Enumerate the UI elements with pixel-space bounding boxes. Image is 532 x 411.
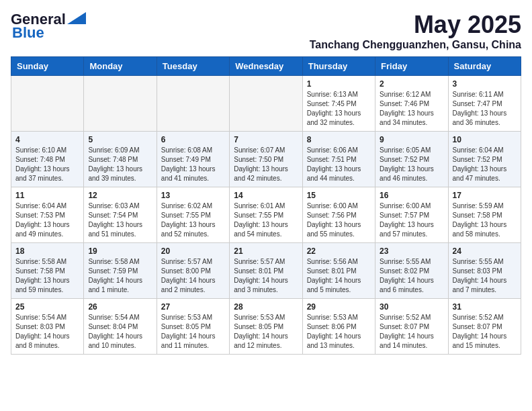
day-info: Sunrise: 6:11 AM Sunset: 7:47 PM Dayligh… — [453, 90, 517, 128]
day-info: Sunrise: 6:09 AM Sunset: 7:48 PM Dayligh… — [88, 146, 152, 183]
day-info: Sunrise: 6:05 AM Sunset: 7:52 PM Dayligh… — [380, 146, 443, 183]
calendar-cell: 7Sunrise: 6:07 AM Sunset: 7:50 PM Daylig… — [230, 132, 302, 187]
day-number: 28 — [234, 302, 298, 312]
day-info: Sunrise: 6:06 AM Sunset: 7:51 PM Dayligh… — [307, 146, 371, 183]
calendar-cell: 20Sunrise: 5:57 AM Sunset: 8:00 PM Dayli… — [157, 243, 229, 299]
day-info: Sunrise: 6:08 AM Sunset: 7:49 PM Dayligh… — [161, 146, 225, 183]
day-info: Sunrise: 5:53 AM Sunset: 8:05 PM Dayligh… — [234, 313, 298, 351]
calendar-cell: 5Sunrise: 6:09 AM Sunset: 7:48 PM Daylig… — [84, 132, 157, 187]
day-number: 12 — [88, 191, 152, 200]
calendar-cell — [230, 76, 302, 132]
day-number: 26 — [88, 302, 152, 312]
calendar-cell: 26Sunrise: 5:54 AM Sunset: 8:04 PM Dayli… — [84, 299, 157, 355]
day-number: 30 — [380, 302, 443, 312]
calendar-cell: 14Sunrise: 6:01 AM Sunset: 7:55 PM Dayli… — [230, 187, 302, 243]
calendar-header-wednesday: Wednesday — [230, 57, 302, 76]
calendar-cell: 28Sunrise: 5:53 AM Sunset: 8:05 PM Dayli… — [230, 299, 302, 355]
day-info: Sunrise: 5:55 AM Sunset: 8:02 PM Dayligh… — [380, 257, 443, 295]
day-number: 22 — [307, 246, 371, 256]
calendar-cell: 4Sunrise: 6:10 AM Sunset: 7:48 PM Daylig… — [11, 132, 84, 187]
day-number: 29 — [307, 302, 371, 312]
day-number: 1 — [307, 79, 371, 89]
header: General Blue May 2025 Tanchang Chengguan… — [11, 11, 521, 51]
day-info: Sunrise: 5:52 AM Sunset: 8:07 PM Dayligh… — [453, 313, 517, 351]
day-info: Sunrise: 6:12 AM Sunset: 7:46 PM Dayligh… — [380, 90, 443, 128]
day-info: Sunrise: 5:54 AM Sunset: 8:03 PM Dayligh… — [15, 313, 79, 351]
day-number: 13 — [161, 191, 225, 200]
calendar-cell: 12Sunrise: 6:03 AM Sunset: 7:54 PM Dayli… — [84, 187, 157, 243]
calendar-cell: 21Sunrise: 5:57 AM Sunset: 8:01 PM Dayli… — [230, 243, 302, 299]
day-number: 23 — [380, 246, 443, 256]
calendar-cell: 3Sunrise: 6:11 AM Sunset: 7:47 PM Daylig… — [448, 76, 521, 132]
day-number: 19 — [88, 246, 152, 256]
day-number: 27 — [161, 302, 225, 312]
calendar-header-thursday: Thursday — [302, 57, 375, 76]
calendar-cell: 6Sunrise: 6:08 AM Sunset: 7:49 PM Daylig… — [157, 132, 229, 187]
day-number: 7 — [234, 135, 298, 144]
page-subtitle: Tanchang Chengguanzhen, Gansu, China — [310, 39, 521, 51]
page-title: May 2025 — [310, 11, 521, 39]
calendar-row-3: 11Sunrise: 6:04 AM Sunset: 7:53 PM Dayli… — [11, 187, 521, 243]
day-number: 24 — [453, 246, 517, 256]
day-info: Sunrise: 5:58 AM Sunset: 7:58 PM Dayligh… — [15, 257, 79, 295]
calendar-cell: 22Sunrise: 5:56 AM Sunset: 8:01 PM Dayli… — [302, 243, 375, 299]
day-number: 3 — [453, 79, 517, 89]
day-info: Sunrise: 5:58 AM Sunset: 7:59 PM Dayligh… — [88, 257, 152, 295]
day-info: Sunrise: 5:52 AM Sunset: 8:07 PM Dayligh… — [380, 313, 443, 351]
calendar-row-2: 4Sunrise: 6:10 AM Sunset: 7:48 PM Daylig… — [11, 132, 521, 187]
day-info: Sunrise: 5:55 AM Sunset: 8:03 PM Dayligh… — [453, 257, 517, 295]
calendar-row-4: 18Sunrise: 5:58 AM Sunset: 7:58 PM Dayli… — [11, 243, 521, 299]
day-number: 25 — [15, 302, 79, 312]
day-info: Sunrise: 6:04 AM Sunset: 7:52 PM Dayligh… — [453, 146, 517, 183]
calendar-cell: 1Sunrise: 6:13 AM Sunset: 7:45 PM Daylig… — [302, 76, 375, 132]
day-info: Sunrise: 6:03 AM Sunset: 7:54 PM Dayligh… — [88, 201, 152, 239]
calendar-header-row: SundayMondayTuesdayWednesdayThursdayFrid… — [11, 57, 521, 76]
calendar-cell: 11Sunrise: 6:04 AM Sunset: 7:53 PM Dayli… — [11, 187, 84, 243]
calendar-row-1: 1Sunrise: 6:13 AM Sunset: 7:45 PM Daylig… — [11, 76, 521, 132]
day-info: Sunrise: 6:13 AM Sunset: 7:45 PM Dayligh… — [307, 90, 371, 128]
day-number: 15 — [307, 191, 371, 200]
day-info: Sunrise: 6:02 AM Sunset: 7:55 PM Dayligh… — [161, 201, 225, 239]
title-area: May 2025 Tanchang Chengguanzhen, Gansu, … — [310, 11, 521, 51]
calendar-cell: 24Sunrise: 5:55 AM Sunset: 8:03 PM Dayli… — [448, 243, 521, 299]
day-number: 5 — [88, 135, 152, 144]
calendar-header-friday: Friday — [375, 57, 448, 76]
day-info: Sunrise: 5:59 AM Sunset: 7:58 PM Dayligh… — [453, 201, 517, 239]
day-number: 4 — [15, 135, 79, 144]
calendar-cell: 23Sunrise: 5:55 AM Sunset: 8:02 PM Dayli… — [375, 243, 448, 299]
calendar-header-sunday: Sunday — [11, 57, 84, 76]
day-number: 6 — [161, 135, 225, 144]
calendar-cell — [84, 76, 157, 132]
calendar-cell: 17Sunrise: 5:59 AM Sunset: 7:58 PM Dayli… — [448, 187, 521, 243]
day-number: 14 — [234, 191, 298, 200]
day-info: Sunrise: 6:10 AM Sunset: 7:48 PM Dayligh… — [15, 146, 79, 183]
day-info: Sunrise: 6:00 AM Sunset: 7:57 PM Dayligh… — [380, 201, 443, 239]
svg-marker-0 — [67, 12, 86, 24]
calendar-header-monday: Monday — [84, 57, 157, 76]
calendar-cell — [157, 76, 229, 132]
calendar-cell: 10Sunrise: 6:04 AM Sunset: 7:52 PM Dayli… — [448, 132, 521, 187]
logo: General Blue — [11, 11, 86, 42]
logo-arrow-icon — [67, 12, 86, 24]
day-info: Sunrise: 6:00 AM Sunset: 7:56 PM Dayligh… — [307, 201, 371, 239]
day-info: Sunrise: 6:04 AM Sunset: 7:53 PM Dayligh… — [15, 201, 79, 239]
day-number: 16 — [380, 191, 443, 200]
day-info: Sunrise: 6:07 AM Sunset: 7:50 PM Dayligh… — [234, 146, 298, 183]
calendar-cell: 18Sunrise: 5:58 AM Sunset: 7:58 PM Dayli… — [11, 243, 84, 299]
calendar-header-saturday: Saturday — [448, 57, 521, 76]
day-number: 31 — [453, 302, 517, 312]
day-number: 21 — [234, 246, 298, 256]
calendar-cell — [11, 76, 84, 132]
day-number: 2 — [380, 79, 443, 89]
day-number: 10 — [453, 135, 517, 144]
day-number: 11 — [15, 191, 79, 200]
day-info: Sunrise: 5:56 AM Sunset: 8:01 PM Dayligh… — [307, 257, 371, 295]
calendar-header-tuesday: Tuesday — [157, 57, 229, 76]
calendar-cell: 25Sunrise: 5:54 AM Sunset: 8:03 PM Dayli… — [11, 299, 84, 355]
calendar-cell: 31Sunrise: 5:52 AM Sunset: 8:07 PM Dayli… — [448, 299, 521, 355]
calendar-cell: 2Sunrise: 6:12 AM Sunset: 7:46 PM Daylig… — [375, 76, 448, 132]
logo-blue: Blue — [12, 24, 44, 42]
day-info: Sunrise: 6:01 AM Sunset: 7:55 PM Dayligh… — [234, 201, 298, 239]
calendar-cell: 15Sunrise: 6:00 AM Sunset: 7:56 PM Dayli… — [302, 187, 375, 243]
calendar-cell: 19Sunrise: 5:58 AM Sunset: 7:59 PM Dayli… — [84, 243, 157, 299]
